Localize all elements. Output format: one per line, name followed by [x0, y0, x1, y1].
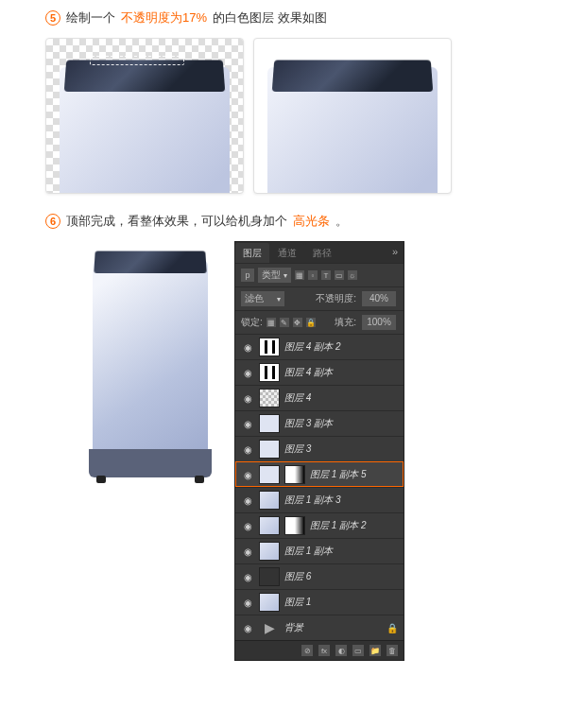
layer-name[interactable]: 背景 [284, 621, 382, 634]
layer-thumbnail[interactable] [259, 567, 280, 586]
filter-smart-icon[interactable]: ☼ [348, 270, 357, 280]
layer-row[interactable]: ◉图层 4 副本 2 [235, 334, 404, 359]
layer-name[interactable]: 图层 1 副本 3 [284, 494, 398, 507]
layer-name[interactable]: 图层 1 副本 5 [310, 468, 398, 481]
lock-icon: 🔒 [387, 623, 398, 633]
layer-thumbnail[interactable] [259, 363, 280, 382]
panel-footer: ⊘ fx ◐ ▭ 📁 🗑 [235, 640, 404, 660]
filter-adjust-icon[interactable]: ▫ [308, 270, 318, 280]
visibility-eye-icon[interactable]: ◉ [241, 572, 254, 582]
step-6-content: 图层 通道 路径 » p 类型▾ ▦ ▫ T ▭ ☼ 滤色▾ 不透明 [45, 241, 567, 661]
layer-thumbnail[interactable] [259, 593, 280, 612]
layer-name[interactable]: 图层 6 [284, 570, 398, 583]
visibility-eye-icon[interactable]: ◉ [241, 598, 254, 608]
tab-layers[interactable]: 图层 [235, 243, 269, 263]
visibility-eye-icon[interactable]: ◉ [241, 521, 254, 531]
lock-position-icon[interactable]: ✥ [293, 318, 302, 327]
layer-name[interactable]: 图层 1 副本 [284, 545, 398, 558]
lock-image-icon[interactable]: ✎ [280, 318, 289, 327]
visibility-eye-icon[interactable]: ◉ [241, 444, 254, 455]
visibility-eye-icon[interactable]: ◉ [241, 342, 254, 353]
layer-name[interactable]: 图层 4 副本 [284, 366, 398, 379]
step-5: 5 绘制一个不透明度为17%的白色图层 效果如图 [45, 9, 567, 194]
layer-row[interactable]: ◉图层 4 [235, 385, 404, 410]
filter-bar: p 类型▾ ▦ ▫ T ▭ ☼ [235, 263, 404, 286]
layer-mask-thumbnail[interactable] [284, 465, 305, 484]
layer-name[interactable]: 图层 3 副本 [284, 417, 398, 430]
filter-kind-icon[interactable]: p [241, 269, 254, 282]
washer-icon [258, 67, 447, 194]
visibility-eye-icon[interactable]: ◉ [241, 546, 254, 557]
layer-row[interactable]: ◉图层 1 副本 [235, 538, 404, 563]
tab-channels[interactable]: 通道 [270, 243, 304, 263]
layer-thumbnail[interactable] [259, 542, 280, 561]
step-6-text-2: 。 [335, 213, 348, 230]
layer-row[interactable]: ◉图层 6 [235, 563, 404, 589]
visibility-eye-icon[interactable]: ◉ [241, 495, 254, 506]
fill-input[interactable]: 100% [362, 315, 396, 330]
lock-transparent-icon[interactable]: ▦ [266, 318, 276, 327]
step-5-heading: 5 绘制一个不透明度为17%的白色图层 效果如图 [45, 9, 567, 26]
layer-row[interactable]: ◉▶背景🔒 [235, 615, 404, 640]
layer-mask-thumbnail[interactable] [284, 516, 305, 535]
image-washer-full [79, 241, 221, 496]
fx-icon[interactable]: fx [318, 645, 330, 656]
step-6: 6 顶部完成，看整体效果，可以给机身加个高光条。 图层 通道 路径 » p 类型… [45, 213, 567, 661]
lock-fill-row: 锁定: ▦ ✎ ✥ 🔒 填充: 100% [235, 310, 404, 334]
layer-thumbnail[interactable] [259, 465, 280, 484]
layer-list: ◉图层 4 副本 2◉图层 4 副本◉图层 4◉图层 3 副本◉图层 3◉图层 … [235, 334, 404, 640]
blend-mode-select[interactable]: 滤色▾ [241, 291, 284, 306]
new-layer-icon[interactable]: 📁 [369, 645, 381, 656]
step-6-highlight: 高光条 [293, 213, 330, 230]
layer-row[interactable]: ◉图层 1 副本 5 [235, 461, 404, 487]
lock-all-icon[interactable]: 🔒 [306, 318, 316, 327]
layer-thumbnail[interactable] [259, 516, 280, 535]
visibility-eye-icon[interactable]: ◉ [241, 470, 254, 480]
step-5-text-1: 绘制一个 [66, 9, 115, 26]
layer-row[interactable]: ◉图层 1 [235, 589, 404, 615]
layer-thumbnail[interactable] [259, 440, 280, 459]
step-5-text-2: 的白色图层 效果如图 [213, 9, 327, 26]
visibility-eye-icon[interactable]: ◉ [241, 623, 254, 633]
fill-label: 填充: [335, 316, 356, 329]
step-5-bullet: 5 [45, 10, 60, 26]
step-6-bullet: 6 [45, 214, 60, 229]
filter-type-icon[interactable]: T [321, 270, 331, 280]
layer-row[interactable]: ◉图层 3 [235, 436, 404, 461]
opacity-label: 不透明度: [316, 292, 356, 305]
image-washer-top-solid [253, 38, 452, 194]
trash-icon[interactable]: 🗑 [387, 645, 398, 656]
step-5-highlight: 不透明度为17% [121, 9, 207, 26]
layer-thumbnail[interactable] [259, 491, 280, 510]
panel-tabs: 图层 通道 路径 » [235, 242, 404, 263]
step-5-images [45, 38, 567, 194]
opacity-input[interactable]: 40% [362, 291, 396, 306]
layer-name[interactable]: 图层 1 [284, 596, 398, 609]
image-washer-top-transparent [45, 38, 244, 194]
layer-row[interactable]: ◉图层 4 副本 [235, 359, 404, 385]
layer-name[interactable]: 图层 4 [284, 391, 398, 405]
layer-row[interactable]: ◉图层 3 副本 [235, 410, 404, 436]
visibility-eye-icon[interactable]: ◉ [241, 419, 254, 429]
layer-thumbnail[interactable] [259, 389, 280, 407]
layer-row[interactable]: ◉图层 1 副本 2 [235, 512, 404, 538]
link-layers-icon[interactable]: ⊘ [301, 645, 313, 656]
layer-thumbnail[interactable]: ▶ [259, 618, 280, 637]
panel-menu-icon[interactable]: » [392, 246, 398, 257]
visibility-eye-icon[interactable]: ◉ [241, 393, 254, 404]
filter-pixel-icon[interactable]: ▦ [295, 270, 304, 280]
layer-thumbnail[interactable] [259, 338, 280, 356]
new-group-icon[interactable]: ▭ [352, 645, 364, 656]
layer-name[interactable]: 图层 1 副本 2 [310, 519, 398, 532]
layer-row[interactable]: ◉图层 1 副本 3 [235, 487, 404, 512]
filter-kind-select[interactable]: 类型▾ [258, 268, 291, 283]
filter-shape-icon[interactable]: ▭ [335, 270, 344, 280]
blend-opacity-row: 滤色▾ 不透明度: 40% [235, 286, 404, 310]
layers-panel: 图层 通道 路径 » p 类型▾ ▦ ▫ T ▭ ☼ 滤色▾ 不透明 [234, 241, 404, 661]
layer-name[interactable]: 图层 3 [284, 442, 398, 456]
mask-icon[interactable]: ◐ [335, 645, 347, 656]
visibility-eye-icon[interactable]: ◉ [241, 368, 254, 378]
layer-name[interactable]: 图层 4 副本 2 [284, 340, 398, 354]
layer-thumbnail[interactable] [259, 414, 280, 433]
tab-paths[interactable]: 路径 [305, 243, 339, 263]
